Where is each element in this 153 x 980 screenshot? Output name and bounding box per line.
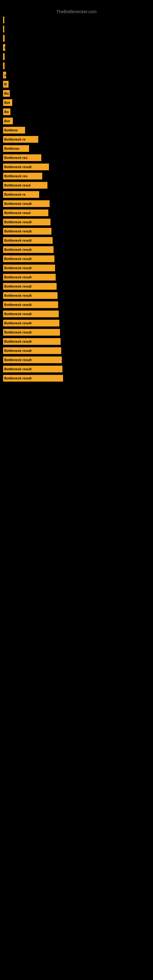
bar: Bottleneck result <box>3 310 59 317</box>
bar: Bottleneck result <box>3 200 49 207</box>
bar: Bottlene <box>3 127 25 134</box>
bar: Bot <box>3 99 12 106</box>
bar: Bottleneck result <box>3 320 59 326</box>
bar-row: Bottleneck res <box>3 172 150 180</box>
bar-row: Bottleneck result <box>3 337 150 346</box>
bar-label: Bottleneck resul <box>4 183 30 187</box>
bar: Bottleneck resul <box>3 210 48 216</box>
bar-row: Bottleneck res <box>3 153 150 162</box>
bar-row: Bo <box>3 108 150 116</box>
bar: r <box>3 44 5 51</box>
bar: Bottleneck result <box>3 329 60 336</box>
bar-row: s <box>3 71 150 79</box>
bar: Bottleneck resul <box>3 182 48 189</box>
bar-row: Bottleneck result <box>3 218 150 226</box>
chart-area: TheBottlenecker.com rsBBoBotBoBotBottlen… <box>0 0 153 386</box>
bar-label: Bo <box>4 92 9 95</box>
bar-label: s <box>4 73 6 77</box>
bar-label: Bottleneck result <box>4 202 32 205</box>
bar: Bottleneck result <box>3 274 56 280</box>
bar: Bottleneck result <box>3 164 49 170</box>
bar: Bottleneck result <box>3 228 51 235</box>
bar: Bottleneck re <box>3 136 38 143</box>
bar-row: Bot <box>3 117 150 125</box>
bar-row: r <box>3 43 150 52</box>
bar-row: Bot <box>3 98 150 107</box>
bar-label: Bottleneck result <box>4 376 32 380</box>
bar-label: Bottleneck result <box>4 349 32 353</box>
bar-row: Bottleneck result <box>3 328 150 337</box>
bar-label: Bottleneck result <box>4 294 32 298</box>
bar-label: Bottleneck result <box>4 321 32 325</box>
bar-row <box>3 25 150 33</box>
bar-row: Bottlenec <box>3 144 150 153</box>
bar-label: Bottleneck result <box>4 229 32 233</box>
bar-row: Bottleneck result <box>3 236 150 245</box>
bar: Bottleneck result <box>3 265 55 271</box>
bar <box>3 62 5 69</box>
bar: Bottleneck result <box>3 301 58 308</box>
bar-row: Bottleneck result <box>3 227 150 235</box>
bar-row: Bottleneck result <box>3 162 150 171</box>
bar: Bo <box>3 108 10 115</box>
bar-row: Bottleneck result <box>3 282 150 291</box>
bar-label: Bot <box>4 101 10 105</box>
bar-label: Bottleneck result <box>4 367 32 371</box>
bar-label: Bottleneck res <box>4 174 27 178</box>
bar <box>3 26 4 32</box>
bar-row: Bottleneck result <box>3 356 150 364</box>
bar: Bottleneck result <box>3 338 61 345</box>
bar: Bottleneck result <box>3 237 53 244</box>
bar-label: B <box>4 83 7 86</box>
bar-label: Bo <box>4 110 9 114</box>
bar-label: Bottleneck result <box>4 257 32 261</box>
bar-row <box>3 62 150 70</box>
bar-row <box>3 34 150 43</box>
bar-row: Bottleneck re <box>3 190 150 199</box>
bar-label: Bottleneck result <box>4 239 32 242</box>
bars-container: rsBBoBotBoBotBottleneBottleneck reBottle… <box>3 16 150 382</box>
bar-label: Bottleneck result <box>4 165 32 169</box>
bar-row: Bottleneck result <box>3 310 150 318</box>
bar-row: B <box>3 80 150 89</box>
bar-label: Bottleneck result <box>4 340 32 343</box>
bar-row: Bottleneck result <box>3 346 150 355</box>
bar-label: Bottleneck result <box>4 303 32 307</box>
bar: Bottleneck result <box>3 347 61 354</box>
bar: Bottleneck result <box>3 375 63 382</box>
bar: Bottleneck result <box>3 246 54 253</box>
bar-row: Bottleneck re <box>3 135 150 144</box>
bar-row: Bottleneck result <box>3 255 150 263</box>
bar-row: Bo <box>3 89 150 98</box>
bar: Bot <box>3 118 13 124</box>
bar-label: Bottleneck result <box>4 285 32 288</box>
bar-label: Bottleneck result <box>4 358 32 362</box>
bar-label: Bottleneck re <box>4 192 26 196</box>
bar-label: Bottleneck result <box>4 275 32 279</box>
bar-label: Bottleneck re <box>4 137 26 141</box>
bar-row: Bottleneck result <box>3 264 150 272</box>
site-title: TheBottlenecker.com <box>3 6 150 16</box>
bar-label: Bottlene <box>4 128 18 132</box>
bar-row: Bottleneck result <box>3 301 150 309</box>
bar: B <box>3 81 9 88</box>
bar-row: Bottleneck result <box>3 245 150 254</box>
bar-label: Bottlenec <box>4 147 19 150</box>
bar-row: Bottleneck resul <box>3 208 150 217</box>
bar-row: Bottleneck result <box>3 365 150 373</box>
bar-label: Bottleneck res <box>4 156 27 159</box>
bar-row: Bottleneck result <box>3 319 150 328</box>
bar-row: Bottleneck result <box>3 199 150 208</box>
bar <box>3 53 5 60</box>
bar-row: Bottlene <box>3 126 150 134</box>
bar-row: Bottleneck result <box>3 374 150 382</box>
bar-label: Bottleneck result <box>4 248 32 251</box>
bar-label: Bottleneck result <box>4 312 32 316</box>
bar: Bottleneck result <box>3 219 51 225</box>
bar-label: Bottleneck resul <box>4 211 30 215</box>
bar-label: Bottleneck result <box>4 331 32 334</box>
bar-label: Bot <box>4 119 10 123</box>
bar-label: Bottleneck result <box>4 220 32 224</box>
bar <box>3 16 4 23</box>
bar: Bottleneck result <box>3 283 57 290</box>
